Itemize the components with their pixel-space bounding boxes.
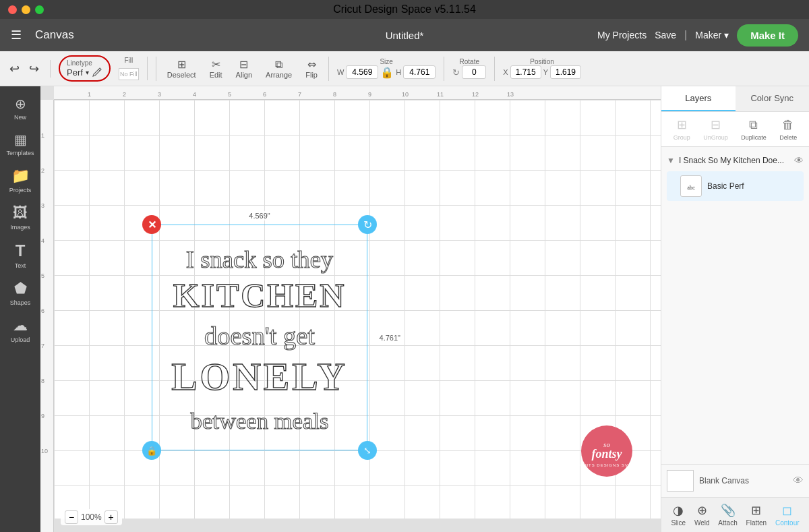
blank-canvas-section: Blank Canvas 👁 (661, 464, 809, 497)
hidden-icon[interactable]: 👁 (793, 475, 804, 487)
align-button[interactable]: ⊟ Align (233, 58, 255, 79)
ruler-mark-3: 3 (158, 91, 161, 98)
sidebar-item-text-label: Text (15, 262, 26, 269)
sidebar-item-images[interactable]: 🖼 Images (0, 200, 40, 235)
layer-group-header: ▼ I Snack So My Kitchen Doe... 👁 (667, 152, 804, 169)
canvas-area[interactable]: 1 2 3 4 5 6 7 8 9 10 11 12 13 1 2 3 4 5 … (40, 86, 661, 532)
flatten-tool[interactable]: ⊞ Flatten (746, 503, 767, 527)
ungroup-label: UnGroup (703, 134, 728, 141)
sidebar-item-projects[interactable]: 📁 Projects (0, 163, 40, 198)
flip-label: Flip (305, 71, 318, 79)
edit-button[interactable]: ✂ Edit (207, 58, 225, 79)
maker-label: Maker (695, 30, 721, 40)
minimize-button[interactable] (22, 5, 30, 14)
width-dimension-label: 4.569" (247, 211, 272, 220)
ruler-mark-12: 12 (472, 91, 479, 98)
layer-eye-icon[interactable]: 👁 (794, 155, 804, 166)
flip-button[interactable]: ⇔ Flip (303, 58, 320, 79)
new-icon: ⊕ (15, 96, 26, 112)
height-input[interactable] (403, 65, 436, 79)
svg-text:doesn't get: doesn't get (204, 322, 315, 350)
attach-tool[interactable]: 📎 Attach (718, 503, 737, 527)
text-icon: T (16, 241, 26, 260)
edit-icon: ✂ (212, 58, 220, 71)
maker-selector[interactable]: Maker ▾ (695, 30, 729, 40)
ruler-vmark-7: 7 (41, 343, 44, 349)
y-input[interactable] (550, 65, 581, 79)
main-area: ⊕ New ▦ Templates 📁 Projects 🖼 Images T … (0, 86, 809, 532)
layer-item[interactable]: abc Basic Perf (667, 171, 804, 201)
rotate-group: Rotate ↻ (452, 58, 486, 79)
ruler-mark-4: 4 (193, 91, 196, 98)
redo-button[interactable]: ↪ (26, 60, 42, 78)
deselect-label: Deselect (167, 71, 196, 79)
group-tool[interactable]: ⊞ Group (673, 117, 690, 141)
weld-tool[interactable]: ⊕ Weld (694, 503, 710, 527)
x-input[interactable] (510, 65, 541, 79)
zoom-in-button[interactable]: + (104, 510, 118, 524)
size-label: Size (380, 58, 392, 65)
nav-separator: | (684, 29, 687, 41)
rotate-input[interactable] (462, 65, 486, 79)
sidebar-item-images-label: Images (10, 224, 30, 231)
sidebar-item-text[interactable]: T Text (0, 237, 40, 273)
sidebar-item-shapes-label: Shapes (10, 299, 31, 306)
flatten-label: Flatten (746, 519, 767, 527)
tab-layers[interactable]: Layers (661, 86, 736, 111)
zoom-value: 100% (81, 512, 102, 522)
slice-tool[interactable]: ◑ Slice (671, 503, 686, 527)
tab-color-sync[interactable]: Color Sync (736, 86, 810, 111)
contour-tool[interactable]: ◻ Contour (775, 503, 800, 527)
y-label: Y (543, 68, 548, 76)
align-label: Align (236, 71, 252, 79)
undo-button[interactable]: ↩ (7, 60, 22, 78)
ruler-mark-7: 7 (298, 91, 301, 98)
duplicate-tool[interactable]: ⧉ Duplicate (741, 118, 767, 141)
lock-icon[interactable]: 🔒 (380, 66, 394, 79)
layer-item-name: Basic Perf (707, 181, 798, 191)
templates-icon: ▦ (14, 131, 27, 148)
ruler-mark-5: 5 (228, 91, 231, 98)
sidebar-item-templates[interactable]: ▦ Templates (0, 127, 40, 160)
bottom-tools: ◑ Slice ⊕ Weld 📎 Attach ⊞ Flatten ◻ Cont… (661, 497, 809, 532)
weld-label: Weld (694, 519, 710, 527)
deselect-button[interactable]: ⊞ Deselect (164, 58, 199, 79)
rotate-icon: ↻ (452, 67, 460, 78)
flatten-icon: ⊞ (751, 503, 761, 518)
delete-tool[interactable]: 🗑 Delete (779, 118, 797, 141)
make-it-button[interactable]: Make It (737, 24, 798, 47)
ruler-vmark-8: 8 (41, 378, 44, 384)
width-input[interactable] (346, 65, 378, 79)
edit-label: Edit (210, 71, 222, 79)
linetype-value: Perf (67, 67, 83, 78)
slice-label: Slice (671, 519, 686, 527)
sidebar-item-upload-label: Upload (11, 336, 30, 343)
fill-selector[interactable]: No Fill (119, 68, 139, 80)
canvas-grid[interactable]: 4.569" 4.761" ✕ ↻ 🔒 ⤡ I snack so they KI… (54, 100, 661, 519)
linetype-group[interactable]: Linetype Perf ▾ (59, 55, 111, 82)
my-projects-link[interactable]: My Projects (597, 30, 647, 40)
sidebar-item-new[interactable]: ⊕ New (0, 92, 40, 125)
ruler-mark-11: 11 (437, 91, 444, 98)
svg-text:FONTS DESIGNS SVGS: FONTS DESIGNS SVGS (580, 463, 634, 467)
ruler-vmark-3: 3 (41, 202, 44, 209)
topnav: ☰ Canvas Untitled* My Projects Save | Ma… (0, 19, 809, 51)
layer-expand-icon[interactable]: ▼ (667, 156, 675, 165)
fullscreen-button[interactable] (35, 5, 44, 14)
close-button[interactable] (8, 5, 17, 14)
ungroup-tool[interactable]: ⊟ UnGroup (703, 117, 728, 141)
delete-icon: 🗑 (782, 118, 794, 132)
sidebar-item-shapes[interactable]: ⬟ Shapes (0, 276, 40, 310)
save-link[interactable]: Save (655, 30, 676, 40)
x-label: X (503, 68, 508, 76)
blank-canvas-thumbnail (667, 470, 694, 492)
hamburger-menu[interactable]: ☰ (11, 28, 22, 42)
design-artwork: I snack so they KITCHEN doesn't get LONE… (156, 229, 363, 446)
panel-tabs: Layers Color Sync (661, 86, 809, 112)
arrange-button[interactable]: ⧉ Arrange (263, 59, 295, 79)
linetype-select[interactable]: Perf ▾ (67, 67, 102, 78)
selected-object[interactable]: 4.569" 4.761" ✕ ↻ 🔒 ⤡ I snack so they KI… (152, 225, 367, 450)
fill-label: Fill (124, 57, 133, 64)
sidebar-item-upload[interactable]: ☁ Upload (0, 313, 40, 347)
zoom-out-button[interactable]: − (65, 510, 78, 524)
